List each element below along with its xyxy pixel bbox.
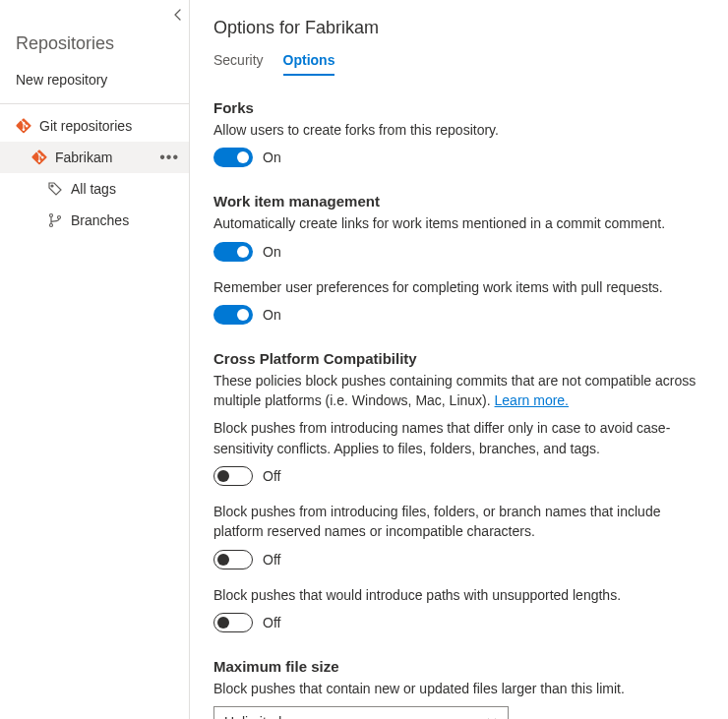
section-max-file-size: Maximum file size Block pushes that cont… xyxy=(213,658,704,719)
tree-item-fabrikam[interactable]: Fabrikam ••• xyxy=(0,142,189,173)
section-desc: Block pushes that contain new or updated… xyxy=(213,679,704,698)
tree-root-git-repositories[interactable]: Git repositories xyxy=(0,110,189,142)
section-cross-platform: Cross Platform Compatibility These polic… xyxy=(213,350,704,632)
toggle-state-label: On xyxy=(263,150,281,165)
section-title: Work item management xyxy=(213,193,704,210)
section-work-item-management: Work item management Automatically creat… xyxy=(213,193,704,325)
new-repository-button[interactable]: New repository xyxy=(0,66,189,104)
toggle-block-long-paths[interactable] xyxy=(213,613,253,632)
svg-point-2 xyxy=(50,224,53,227)
repo-tree: Git repositories Fabrikam ••• All tags B… xyxy=(0,104,189,236)
svg-point-1 xyxy=(50,214,53,217)
toggle-state-label: On xyxy=(263,244,281,260)
section-desc: Automatically create links for work item… xyxy=(213,213,704,233)
tab-security[interactable]: Security xyxy=(213,52,264,76)
option-desc: Block pushes from introducing files, fol… xyxy=(213,502,704,542)
toggle-block-reserved-names[interactable] xyxy=(213,550,253,569)
tree-root-label: Git repositories xyxy=(39,118,183,134)
section-desc: Remember user preferences for completing… xyxy=(213,277,704,297)
branch-icon xyxy=(47,212,63,228)
tree-item-label: Branches xyxy=(71,212,183,228)
toggle-remember-preferences[interactable] xyxy=(213,305,253,325)
section-title: Cross Platform Compatibility xyxy=(213,350,704,367)
section-title: Maximum file size xyxy=(213,658,704,675)
tree-item-branches[interactable]: Branches xyxy=(0,205,189,236)
max-file-size-dropdown[interactable]: Unlimited xyxy=(213,706,509,719)
main-content: Options for Fabrikam Security Options Fo… xyxy=(190,0,728,719)
git-icon xyxy=(31,150,47,165)
toggle-state-label: On xyxy=(263,307,281,323)
section-desc: Allow users to create forks from this re… xyxy=(213,120,704,140)
more-options-icon[interactable]: ••• xyxy=(155,149,183,166)
tabs: Security Options xyxy=(213,52,704,76)
section-title: Forks xyxy=(213,99,704,116)
toggle-auto-link-work-items[interactable] xyxy=(213,242,253,262)
tree-item-label: Fabrikam xyxy=(55,150,148,165)
git-icon xyxy=(16,118,31,134)
toggle-allow-forks[interactable] xyxy=(213,148,253,167)
chevron-down-icon xyxy=(486,714,498,719)
option-desc: Block pushes from introducing names that… xyxy=(213,418,704,458)
section-forks: Forks Allow users to create forks from t… xyxy=(213,99,704,167)
dropdown-value: Unlimited xyxy=(224,714,281,719)
tree-item-label: All tags xyxy=(71,181,183,197)
intro-text: These policies block pushes containing c… xyxy=(213,373,696,408)
collapse-sidebar-button[interactable] xyxy=(173,8,183,28)
toggle-state-label: Off xyxy=(263,468,280,484)
tab-options[interactable]: Options xyxy=(283,52,335,76)
svg-point-0 xyxy=(51,185,53,187)
toggle-block-case-conflicts[interactable] xyxy=(213,466,253,486)
tag-icon xyxy=(47,181,63,197)
tree-item-all-tags[interactable]: All tags xyxy=(0,173,189,205)
section-desc: These policies block pushes containing c… xyxy=(213,371,704,411)
learn-more-link[interactable]: Learn more. xyxy=(495,392,569,408)
toggle-state-label: Off xyxy=(263,552,280,568)
option-desc: Block pushes that would introduce paths … xyxy=(213,585,704,605)
toggle-state-label: Off xyxy=(263,615,280,630)
svg-point-3 xyxy=(58,216,61,219)
sidebar-title: Repositories xyxy=(0,28,189,66)
sidebar: Repositories New repository Git reposito… xyxy=(0,0,190,719)
page-title: Options for Fabrikam xyxy=(213,18,704,38)
